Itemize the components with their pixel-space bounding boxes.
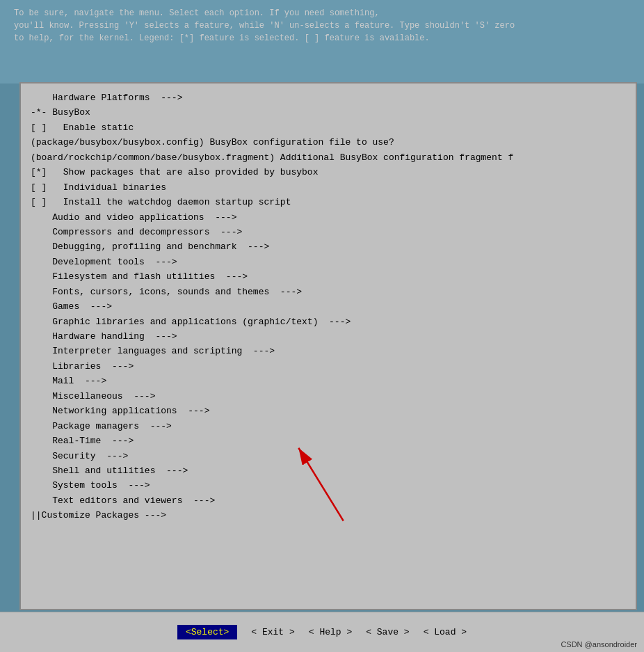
top-line3: to help, for the kernel. Legend: [*] fea…: [14, 32, 630, 45]
menu-item-hardware-handling[interactable]: Hardware handling --->: [28, 329, 629, 344]
menu-item-individual-binaries[interactable]: [ ] Individual binaries: [28, 180, 629, 195]
menu-item-fonts[interactable]: Fonts, cursors, icons, sounds and themes…: [28, 285, 629, 299]
menu-item-graphic-libraries[interactable]: Graphic libraries and applications (grap…: [28, 315, 629, 329]
highlight-prefix: ||: [31, 508, 42, 523]
watermark: CSDN @ansondroider: [561, 640, 637, 649]
menu-item-shell-utilities[interactable]: Shell and utilities --->: [28, 463, 629, 478]
menu-item-hardware-platforms[interactable]: Hardware Platforms --->: [28, 90, 629, 105]
menu-item-enable-static[interactable]: [ ] Enable static: [28, 120, 629, 135]
menu-item-filesystem[interactable]: Filesystem and flash utilities --->: [28, 269, 629, 284]
top-line1: To be sure, navigate the menu. Select ea…: [14, 7, 630, 19]
bottom-bar: <Select> < Exit > < Help > < Save > < Lo…: [0, 612, 644, 652]
top-description: To be sure, navigate the menu. Select ea…: [0, 0, 644, 84]
menu-item-package-managers[interactable]: Package managers --->: [28, 419, 629, 434]
main-panel: Hardware Platforms --->-*- BusyBox[ ] En…: [19, 82, 637, 610]
menu-item-busybox-fragment[interactable]: (board/rockchip/common/base/busybox.frag…: [28, 150, 629, 165]
menu-item-text-editors[interactable]: Text editors and viewers --->: [28, 493, 629, 508]
load-button[interactable]: < Load >: [424, 627, 467, 637]
menu-item-audio-video[interactable]: Audio and video applications --->: [28, 210, 629, 225]
menu-item-security[interactable]: Security --->: [28, 449, 629, 463]
menu-item-customize-packages[interactable]: || Customize Packages --->: [28, 508, 629, 523]
menu-item-libraries[interactable]: Libraries --->: [28, 359, 629, 374]
select-button[interactable]: <Select>: [177, 625, 237, 639]
save-button[interactable]: < Save >: [366, 627, 409, 637]
menu-list: Hardware Platforms --->-*- BusyBox[ ] En…: [21, 90, 636, 523]
menu-item-miscellaneous[interactable]: Miscellaneous --->: [28, 389, 629, 404]
menu-item-watchdog[interactable]: [ ] Install the watchdog daemon startup …: [28, 195, 629, 209]
menu-item-busybox-marker[interactable]: -*- BusyBox: [28, 105, 629, 120]
highlight-text: Customize Packages --->: [42, 508, 166, 523]
menu-item-compressors[interactable]: Compressors and decompressors --->: [28, 225, 629, 239]
menu-item-show-packages[interactable]: [*] Show packages that are also provided…: [28, 165, 629, 180]
top-line2: you'll know. Pressing 'Y' selects a feat…: [14, 19, 630, 32]
menu-item-debugging[interactable]: Debugging, profiling and benchmark --->: [28, 239, 629, 254]
menu-item-busybox-config[interactable]: (package/busybox/busybox.config) BusyBox…: [28, 135, 629, 150]
menu-item-games[interactable]: Games --->: [28, 299, 629, 314]
menu-item-networking[interactable]: Networking applications --->: [28, 404, 629, 418]
exit-button[interactable]: < Exit >: [251, 627, 294, 637]
menu-item-real-time[interactable]: Real-Time --->: [28, 434, 629, 448]
menu-item-system-tools[interactable]: System tools --->: [28, 478, 629, 493]
menu-item-development-tools[interactable]: Development tools --->: [28, 255, 629, 269]
menu-item-interpreter[interactable]: Interpreter languages and scripting --->: [28, 344, 629, 358]
help-button[interactable]: < Help >: [309, 627, 352, 637]
menu-item-mail[interactable]: Mail --->: [28, 374, 629, 388]
